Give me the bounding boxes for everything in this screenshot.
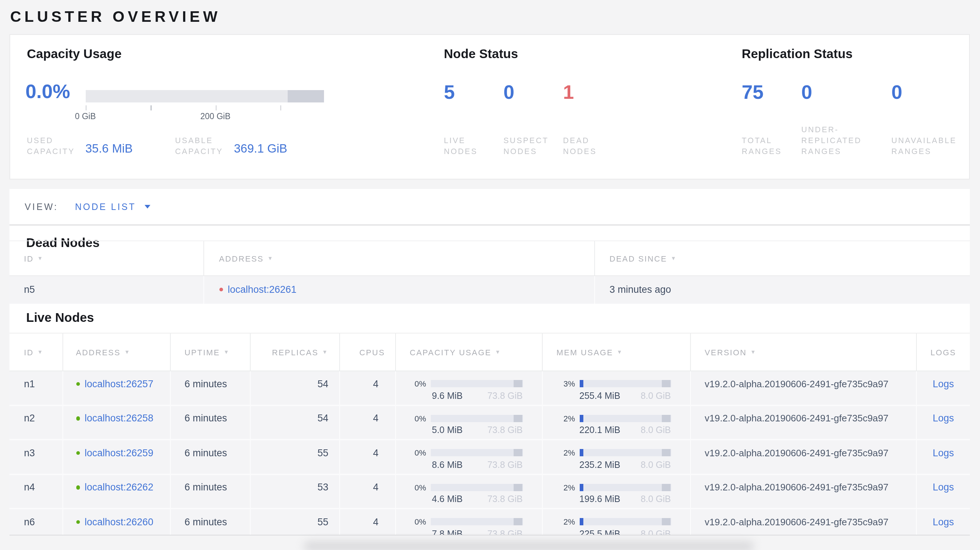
node-address-link[interactable]: localhost:26257 xyxy=(84,378,153,389)
replicas-cell: 55 xyxy=(250,509,339,536)
dead-status-dot-icon xyxy=(219,287,223,291)
column-header-id[interactable]: ID▼ xyxy=(10,241,204,275)
node-status-title: Node Status xyxy=(444,46,518,62)
uptime-cell: 6 minutes xyxy=(170,475,250,508)
column-header-label: VERSION xyxy=(705,348,747,356)
live-node-row: n6localhost:262606 minutes5540%7.8 MiB73… xyxy=(10,509,970,536)
column-header-address[interactable]: ADDRESS▼ xyxy=(204,241,594,275)
usage-bar-track xyxy=(430,415,523,422)
node-address-link[interactable]: localhost:26258 xyxy=(84,413,153,424)
usage-used-value: 255.4 MiB xyxy=(579,391,620,401)
usage-bar-track xyxy=(579,449,671,456)
mem-usage-cell: 2%235.2 MiB8.0 GiB xyxy=(542,440,690,473)
column-header-replicas[interactable]: REPLICAS▼ xyxy=(250,334,339,370)
sort-arrow-icon: ▼ xyxy=(37,255,44,262)
stat-label-line: UNAVAILABLE xyxy=(891,135,957,146)
replication-value-total-ranges: 75 xyxy=(742,81,764,104)
usage-percent-label: 2% xyxy=(551,414,575,423)
column-header-version[interactable]: VERSION▼ xyxy=(690,334,916,370)
mem-usage-cell: 2%199.6 MiB8.0 GiB xyxy=(542,475,690,508)
logs-link[interactable]: Logs xyxy=(933,516,954,527)
usage-total-value: 8.0 GiB xyxy=(641,425,671,435)
mem-usage-cell: 3%255.4 MiB8.0 GiB xyxy=(542,371,690,404)
replication-label-total-ranges: TOTALRANGES xyxy=(742,135,782,157)
capacity-axis-label-0: 0 GiB xyxy=(67,112,104,121)
usage-percent-label: 2% xyxy=(551,448,575,457)
column-header-label: LOGS xyxy=(931,348,956,356)
usage-total-value: 8.0 GiB xyxy=(641,494,671,504)
sort-arrow-icon: ▼ xyxy=(37,349,44,355)
live-status-dot-icon xyxy=(76,520,80,524)
capacity-stat-value-1: 369.1 GiB xyxy=(234,141,287,156)
node-id-cell: n1 xyxy=(10,371,62,404)
usage-percent-label: 2% xyxy=(551,517,575,526)
capacity-gauge-bar xyxy=(85,90,324,102)
usage-bar-reserved-segment xyxy=(662,483,671,491)
usage-bar-fill xyxy=(579,380,583,387)
node-address-link[interactable]: localhost:26260 xyxy=(84,516,153,527)
version-cell: v19.2.0-alpha.20190606-2491-gfe735c9a97 xyxy=(690,406,916,439)
version-cell: v19.2.0-alpha.20190606-2491-gfe735c9a97 xyxy=(690,440,916,473)
column-header-address[interactable]: ADDRESS▼ xyxy=(62,334,170,370)
stat-label-line: SUSPECT xyxy=(503,135,549,146)
replication-value-under-replicated-ranges: 0 xyxy=(801,81,812,104)
sort-arrow-icon: ▼ xyxy=(224,349,230,355)
node-address-cell: localhost:26261 xyxy=(204,276,594,303)
capacity-stat-label-usable-capacity: USABLECAPACITY xyxy=(175,135,223,157)
logs-cell: Logs xyxy=(916,406,970,439)
capacity-axis-label-200: 200 GiB xyxy=(189,112,241,121)
sort-arrow-icon: ▼ xyxy=(671,255,677,262)
scroll-shadow xyxy=(304,541,754,550)
logs-link[interactable]: Logs xyxy=(933,482,954,493)
live-node-row: n3localhost:262596 minutes5540%8.6 MiB73… xyxy=(10,440,970,475)
node-address-link[interactable]: localhost:26262 xyxy=(84,482,153,493)
usage-total-value: 8.0 GiB xyxy=(641,459,671,470)
usage-bar-fill xyxy=(579,518,583,525)
stat-label-line: CAPACITY xyxy=(27,146,75,157)
view-selector-dropdown[interactable]: NODE LIST xyxy=(75,202,136,212)
usage-used-value: 220.1 MiB xyxy=(579,425,620,435)
usage-total-value: 73.8 GiB xyxy=(487,459,523,470)
capacity-axis-tick xyxy=(150,105,151,110)
node-address-link[interactable]: localhost:26259 xyxy=(84,447,153,458)
node-address-cell: localhost:26262 xyxy=(62,475,170,508)
stat-label-line: USABLE xyxy=(175,135,223,146)
usage-bar-reserved-segment xyxy=(514,415,522,422)
column-header-id[interactable]: ID▼ xyxy=(10,334,62,370)
uptime-cell: 6 minutes xyxy=(170,406,250,439)
column-header-label: ID xyxy=(24,348,34,356)
usage-bar-reserved-segment xyxy=(514,449,522,456)
usage-used-value: 199.6 MiB xyxy=(579,494,620,504)
node-address-link[interactable]: localhost:26261 xyxy=(228,284,296,295)
node-status-label-live-nodes: LIVENODES xyxy=(444,135,478,157)
cpus-cell: 4 xyxy=(339,371,395,404)
column-header-mem-usage[interactable]: MEM USAGE▼ xyxy=(542,334,690,370)
chevron-down-icon[interactable] xyxy=(145,205,150,208)
column-header-label: ADDRESS xyxy=(76,348,121,356)
capacity-stat-value-0: 35.6 MiB xyxy=(85,141,132,156)
node-status-value-suspect-nodes: 0 xyxy=(503,81,514,104)
logs-cell: Logs xyxy=(916,509,970,536)
column-header-capacity-usage[interactable]: CAPACITY USAGE▼ xyxy=(395,334,542,370)
usage-total-value: 8.0 GiB xyxy=(641,391,671,401)
logs-link[interactable]: Logs xyxy=(933,413,954,424)
live-nodes-title: Live Nodes xyxy=(26,310,94,326)
sort-arrow-icon: ▼ xyxy=(751,349,757,355)
column-header-dead-since[interactable]: DEAD SINCE▼ xyxy=(594,241,970,275)
stat-label-line: NODES xyxy=(503,146,549,157)
usage-percent-label: 0% xyxy=(405,414,426,423)
uptime-cell: 6 minutes xyxy=(170,440,250,473)
capacity-axis-tick xyxy=(215,105,216,110)
logs-link[interactable]: Logs xyxy=(933,447,954,458)
node-status-value-live-nodes: 5 xyxy=(444,81,455,104)
capacity-axis-tick xyxy=(280,105,281,110)
replication-status-title: Replication Status xyxy=(742,46,853,62)
usage-used-value: 7.8 MiB xyxy=(432,529,463,536)
capacity-usage-title: Capacity Usage xyxy=(27,46,122,62)
version-cell: v19.2.0-alpha.20190606-2491-gfe735c9a97 xyxy=(690,475,916,508)
node-status-value-dead-nodes: 1 xyxy=(563,81,574,104)
capacity-usage-cell: 0%7.8 MiB73.8 GiB xyxy=(395,509,542,536)
column-header-uptime[interactable]: UPTIME▼ xyxy=(170,334,250,370)
logs-link[interactable]: Logs xyxy=(933,378,954,389)
replication-value-unavailable-ranges: 0 xyxy=(891,81,902,104)
